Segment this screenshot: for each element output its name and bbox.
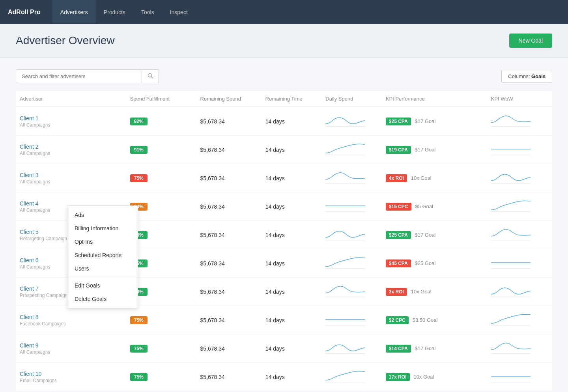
advertiser-cell: Client 1 All Campaigns (16, 107, 126, 136)
remaining-spend-cell: $5,678.34 (196, 164, 262, 192)
page-header: Advertiser Overview New Goal (0, 24, 568, 58)
kpi-badge: $2 CPC (386, 316, 409, 324)
sparkline-chart (491, 255, 531, 271)
advertiser-sub: All Campaigns (20, 207, 50, 213)
nav-item-tools[interactable]: Tools (133, 0, 162, 24)
kpi-badge: $19 CPA (386, 146, 411, 154)
remaining-spend-cell: $5,678.34 (196, 363, 262, 391)
col-advertiser: Advertiser (16, 91, 126, 107)
advertiser-name-link[interactable]: Client 8 (20, 314, 122, 320)
remaining-time-value: 14 days (265, 289, 285, 295)
kpi-badge: 17x ROI (386, 373, 410, 381)
kpi-badge: $14 CPA (386, 345, 411, 353)
dropdown-menu-item[interactable]: Delete Goals (67, 292, 138, 306)
dropdown-menu-item[interactable]: Ads (67, 208, 138, 222)
col-remaining-time: Remaining Time (262, 91, 322, 107)
spend-fulfillment-cell: 91% (126, 136, 196, 164)
remaining-spend-cell: $5,678.34 (196, 278, 262, 306)
kpi-performance-cell: $25 CPA $17 Goal (382, 221, 487, 249)
remaining-spend-value: $5,678.34 (200, 203, 225, 210)
remaining-time-cell: 14 days (262, 306, 322, 334)
advertiser-sub: All Campaigns (20, 349, 50, 355)
dropdown-menu-item[interactable]: Opt-Ins (67, 235, 138, 248)
table-header-row: Advertiser Spend Fulfillment Remaining S… (16, 91, 552, 107)
kpi-performance-cell: $14 CPA $17 Goal (382, 334, 487, 363)
advertiser-sub: All Campaigns (20, 122, 50, 128)
nav-item-advertisers[interactable]: Advertisers (52, 0, 96, 24)
remaining-time-value: 14 days (265, 374, 285, 380)
search-input[interactable] (16, 69, 142, 83)
nav-item-products[interactable]: Products (96, 0, 133, 24)
advertiser-name-link[interactable]: Client 3 (20, 172, 122, 178)
nav-items: Advertisers Products Tools Inspect (52, 0, 196, 24)
sparkline-chart (325, 141, 365, 157)
remaining-spend-value: $5,678.34 (200, 118, 225, 125)
sparkline-chart (325, 255, 365, 271)
remaining-spend-cell: $5,678.34 (196, 221, 262, 249)
remaining-time-value: 14 days (265, 317, 285, 323)
daily-spend-cell (321, 136, 382, 164)
dropdown-menu-item[interactable]: Billing Information (67, 222, 138, 235)
advertiser-name-link[interactable]: Client 10 (20, 371, 122, 377)
table-row: Client 8 Facebook Campaigns 75% $5,678.3… (16, 306, 552, 334)
advertiser-table: Advertiser Spend Fulfillment Remaining S… (16, 91, 552, 391)
page-title: Advertiser Overview (16, 34, 115, 47)
remaining-spend-cell: $5,678.34 (196, 192, 262, 221)
dropdown-menu-item[interactable]: Users (67, 262, 138, 275)
kpi-goal-text: $25 Goal (415, 260, 436, 266)
kpi-badge: 4x ROI (386, 174, 407, 182)
search-button[interactable] (142, 69, 159, 83)
remaining-time-value: 14 days (265, 345, 285, 352)
sparkline-chart (491, 368, 531, 384)
kpi-goal-text: $17 Goal (415, 147, 436, 153)
spend-fulfillment-cell: 75% (126, 306, 196, 334)
remaining-time-value: 14 days (265, 260, 285, 267)
spend-fulfillment-cell: 75% (126, 334, 196, 363)
spend-fulfillment-cell: 92% (126, 107, 196, 136)
nav-item-inspect[interactable]: Inspect (162, 0, 196, 24)
kpi-badge: $25 CPA (386, 231, 411, 239)
sparkline-chart (491, 113, 531, 129)
dropdown-menu-item[interactable]: Edit Goals (67, 279, 138, 292)
remaining-time-value: 14 days (265, 203, 285, 210)
advertiser-cell: Client 2 All Campaigns (16, 136, 126, 164)
columns-button[interactable]: Columns: Goals (501, 70, 552, 83)
kpi-performance-cell: $2 CPC $3.50 Goal (382, 306, 487, 334)
daily-spend-cell (321, 249, 382, 278)
sparkline-chart (491, 312, 531, 327)
col-spend-fulfillment: Spend Fulfillment (126, 91, 196, 107)
spend-fulfillment-cell: 75% (126, 363, 196, 391)
kpi-performance-cell: $15 CPC $5 Goal (382, 192, 487, 221)
remaining-time-cell: 14 days (262, 107, 322, 136)
sparkline-chart (325, 113, 365, 129)
table-row: Client 10 Email Campaigns 75% $5,678.34 … (16, 363, 552, 391)
remaining-spend-cell: $5,678.34 (196, 334, 262, 363)
remaining-time-cell: 14 days (262, 278, 322, 306)
dropdown-menu-item[interactable]: Scheduled Reports (67, 248, 138, 262)
new-goal-button[interactable]: New Goal (509, 34, 552, 48)
kpi-badge: $15 CPC (386, 203, 411, 211)
advertiser-sub: All Campaigns (20, 264, 50, 270)
advertiser-sub: Prospecting Campaigns (20, 293, 70, 298)
kpi-wow-cell (487, 363, 552, 391)
dropdown-divider (67, 277, 138, 277)
kpi-performance-cell: 17x ROI 10x Goal (382, 363, 487, 391)
advertiser-sub: Facebook Campaigns (20, 321, 66, 327)
remaining-spend-value: $5,678.34 (200, 175, 225, 181)
context-dropdown-menu: AdsBilling InformationOpt-InsScheduled R… (67, 205, 138, 308)
advertiser-name-link[interactable]: Client 1 (20, 115, 122, 121)
kpi-goal-text: $17 Goal (415, 118, 436, 124)
remaining-spend-cell: $5,678.34 (196, 136, 262, 164)
sparkline-chart (325, 283, 365, 299)
advertiser-name-link[interactable]: Client 2 (20, 144, 122, 150)
advertiser-name-link[interactable]: Client 9 (20, 342, 122, 349)
kpi-goal-text: 10x Goal (411, 289, 432, 295)
sparkline-chart (325, 226, 365, 242)
kpi-wow-cell (487, 192, 552, 221)
kpi-wow-cell (487, 334, 552, 363)
remaining-spend-value: $5,678.34 (200, 317, 225, 323)
sparkline-chart (491, 141, 531, 157)
daily-spend-cell (321, 363, 382, 391)
sparkline-chart (325, 368, 365, 384)
kpi-wow-cell (487, 278, 552, 306)
